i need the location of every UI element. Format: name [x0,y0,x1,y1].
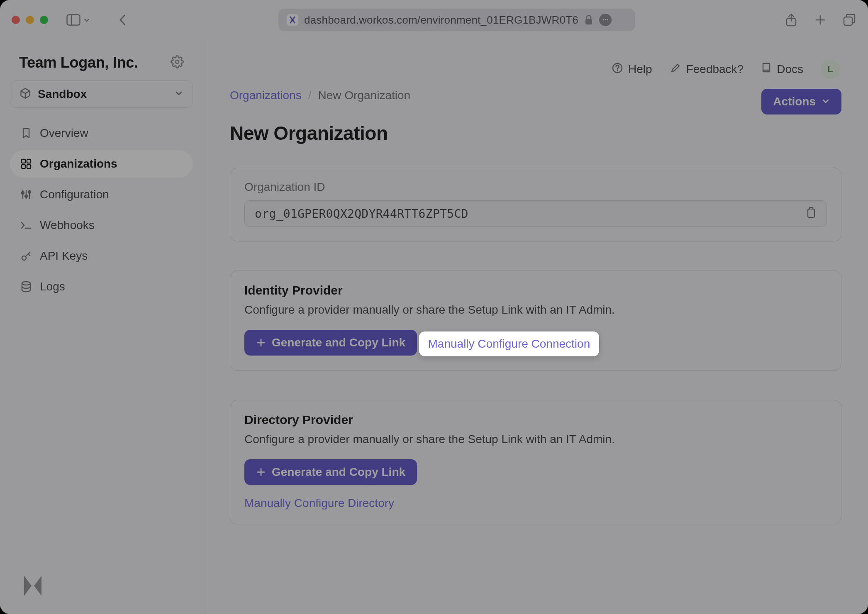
browser-share-button[interactable] [784,13,798,27]
directory-provider-desc: Configure a provider manually or share t… [244,433,827,446]
sidebar: Team Logan, Inc. Sandbox Overview [0,40,203,614]
sidebar-item-label: Organizations [40,157,117,171]
sliders-icon [20,189,32,200]
svg-point-16 [25,195,27,197]
svg-rect-6 [844,17,852,25]
key-icon [20,250,32,262]
help-link[interactable]: Help [612,62,652,77]
book-icon [761,62,772,77]
svg-rect-11 [27,165,31,168]
app: Team Logan, Inc. Sandbox Overview [0,40,868,614]
svg-rect-23 [808,209,814,217]
docs-label: Docs [777,63,803,76]
window-zoom-button[interactable] [40,16,48,24]
identity-provider-title: Identity Provider [244,283,827,297]
identity-provider-desc: Configure a provider manually or share t… [244,303,827,317]
browser-address-bar[interactable]: dashboard.workos.com/environment_01ERG1B… [278,9,635,31]
browser-new-tab-button[interactable] [813,13,827,27]
lock-icon [584,15,593,25]
svg-point-22 [617,70,618,71]
plus-icon [256,338,266,348]
svg-point-20 [22,282,30,285]
main-content: Help Feedback? Docs L Organizations [203,40,868,614]
feedback-label: Feedback? [686,63,744,76]
svg-rect-10 [22,165,25,168]
cube-icon [20,88,31,101]
page-title: New Organization [230,122,841,144]
svg-point-7 [176,60,179,63]
breadcrumb-separator: / [308,89,312,102]
database-icon [20,281,32,292]
sidebar-nav: Overview Organizations Configuration Web… [10,119,193,300]
browser-tabs-button[interactable] [842,13,856,27]
sidebar-item-label: Logs [40,280,65,293]
chevron-down-icon [822,95,830,108]
directory-provider-card: Directory Provider Configure a provider … [230,400,841,524]
bookmark-icon [20,127,32,139]
org-id-field[interactable]: org_01GPER0QX2QDYR44RTT6ZPT5CD [244,200,827,227]
org-id-label: Organization ID [244,180,827,194]
idp-generate-label: Generate and Copy Link [272,336,405,349]
org-id-card: Organization ID org_01GPER0QX2QDYR44RTT6… [230,168,841,241]
dirp-generate-label: Generate and Copy Link [272,465,405,479]
sidebar-item-logs[interactable]: Logs [10,273,193,300]
brand-logo [18,574,47,599]
browser-chrome: dashboard.workos.com/environment_01ERG1B… [0,0,868,40]
actions-label: Actions [773,95,816,108]
actions-button[interactable]: Actions [761,89,841,115]
dirp-manual-configure-link[interactable]: Manually Configure Directory [244,497,394,510]
sidebar-item-api-keys[interactable]: API Keys [10,242,193,270]
app-header: Help Feedback? Docs L [230,60,841,89]
grid-icon [20,158,32,169]
dirp-generate-link-button[interactable]: Generate and Copy Link [244,459,417,485]
copy-icon[interactable] [806,206,817,222]
plus-icon [256,467,266,477]
browser-sidebar-toggle[interactable] [66,14,90,26]
docs-link[interactable]: Docs [761,62,803,77]
window-close-button[interactable] [12,16,20,24]
help-label: Help [628,63,652,76]
identity-provider-card: Identity Provider Configure a provider m… [230,270,841,371]
team-name: Team Logan, Inc. [19,54,138,71]
window-minimize-button[interactable] [26,16,34,24]
terminal-icon [20,221,32,230]
feedback-link[interactable]: Feedback? [670,62,744,77]
environment-select[interactable]: Sandbox [10,80,193,108]
breadcrumb-current: New Organization [318,89,411,102]
browser-window: dashboard.workos.com/environment_01ERG1B… [0,0,868,614]
sidebar-item-label: Webhooks [40,219,95,232]
breadcrumb-root[interactable]: Organizations [230,89,302,102]
breadcrumb: Organizations / New Organization [230,89,410,102]
pencil-icon [670,62,681,77]
traffic-lights [12,16,48,24]
directory-provider-title: Directory Provider [244,413,827,427]
sidebar-item-organizations[interactable]: Organizations [10,150,193,178]
sidebar-item-overview[interactable]: Overview [10,119,193,147]
environment-label: Sandbox [38,88,87,101]
sidebar-item-configuration[interactable]: Configuration [10,181,193,208]
settings-button[interactable] [171,55,184,70]
svg-rect-8 [22,159,25,163]
svg-rect-2 [585,19,592,24]
svg-point-17 [28,191,31,193]
site-favicon [287,14,298,26]
browser-url: dashboard.workos.com/environment_01ERG1B… [304,14,578,27]
help-icon [612,62,623,77]
avatar[interactable]: L [821,60,840,79]
svg-rect-0 [67,15,80,25]
sidebar-item-label: API Keys [40,249,88,263]
org-id-value: org_01GPER0QX2QDYR44RTT6ZPT5CD [255,207,468,221]
reader-icon[interactable]: ··· [599,14,612,26]
sidebar-item-webhooks[interactable]: Webhooks [10,212,193,239]
svg-point-15 [22,192,24,194]
idp-generate-link-button[interactable]: Generate and Copy Link [244,330,417,356]
chevron-down-icon [174,89,183,100]
idp-manual-configure-link[interactable]: Manually Configure Connection [419,331,600,356]
svg-rect-9 [27,159,31,163]
browser-back-button[interactable] [115,13,129,27]
sidebar-item-label: Configuration [40,188,109,201]
sidebar-item-label: Overview [40,127,88,140]
